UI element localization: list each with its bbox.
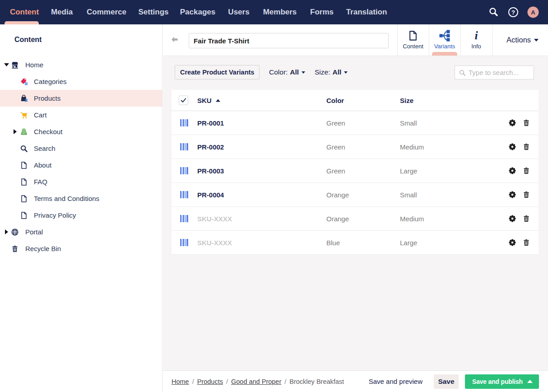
section-tab-forms[interactable]: Forms — [310, 0, 334, 24]
tab-content[interactable]: Content — [397, 24, 429, 56]
size-filter-dropdown[interactable]: Size: All — [315, 65, 348, 79]
settings-gear-icon[interactable] — [509, 215, 516, 222]
publish-options-toggle[interactable] — [527, 380, 533, 383]
section-tab-settings[interactable]: Settings — [138, 0, 168, 24]
section-tab-content[interactable]: Content — [10, 0, 39, 24]
column-label: SKU — [197, 97, 212, 104]
tab-label: Content — [397, 43, 429, 50]
tree-item-terms[interactable]: Terms and Conditions — [0, 190, 162, 207]
variant-sku[interactable]: PR-0001 — [197, 119, 224, 127]
tree-item-label: Products — [34, 94, 60, 102]
variant-sku-placeholder[interactable]: SKU-XXXX — [197, 239, 232, 247]
section-tab-packages[interactable]: Packages — [180, 0, 215, 24]
column-header-color[interactable]: Color — [326, 97, 344, 104]
section-tab-commerce[interactable]: Commerce — [87, 0, 126, 24]
sort-ascending-icon — [216, 99, 220, 102]
search-icon — [459, 70, 465, 76]
user-avatar[interactable]: A — [528, 7, 539, 18]
variant-row[interactable]: PR-0001 Green Small — [172, 111, 539, 135]
store-icon — [11, 61, 19, 69]
tab-info[interactable]: i Info — [460, 24, 492, 56]
delete-trash-icon[interactable] — [523, 167, 530, 174]
tree-item-cart[interactable]: Cart — [0, 107, 162, 123]
tree-item-checkout[interactable]: Checkout — [0, 123, 162, 140]
tab-separator — [492, 24, 492, 56]
tree-item-portal[interactable]: Portal — [0, 224, 162, 240]
section-tab-members[interactable]: Members — [263, 0, 297, 24]
save-and-preview-button[interactable]: Save and preview — [369, 378, 423, 385]
tree-item-categories[interactable]: Categories — [0, 73, 162, 90]
variant-sku[interactable]: PR-0002 — [197, 143, 224, 151]
breadcrumb-separator: / — [192, 378, 194, 385]
section-tab-label: Users — [228, 8, 249, 17]
delete-trash-icon[interactable] — [523, 119, 530, 126]
chevron-right-icon[interactable] — [5, 229, 8, 234]
tree-item-home[interactable]: Home — [0, 56, 162, 73]
settings-gear-icon[interactable] — [509, 167, 516, 174]
back-arrow-icon[interactable] — [170, 36, 179, 45]
chevron-down-icon[interactable] — [4, 63, 9, 66]
tree-item-label: Recycle Bin — [25, 245, 61, 252]
save-and-publish-button[interactable]: Save and publish — [465, 374, 539, 389]
save-button[interactable]: Save — [434, 374, 459, 389]
breadcrumb-link-products[interactable]: Products — [197, 378, 223, 385]
select-all-checkbox[interactable] — [179, 96, 188, 105]
global-search-icon[interactable] — [489, 8, 499, 17]
cart-icon — [20, 112, 28, 119]
settings-gear-icon[interactable] — [509, 239, 516, 246]
chevron-up-icon — [527, 380, 533, 383]
info-icon: i — [474, 29, 478, 42]
branch-icon — [439, 29, 450, 42]
actions-dropdown[interactable]: Actions — [506, 24, 539, 56]
register-icon — [20, 128, 28, 135]
tree-item-products[interactable]: Products — [0, 90, 162, 107]
create-product-variants-button[interactable]: Create Product Variants — [175, 65, 260, 79]
variant-sku-placeholder[interactable]: SKU-XXXX — [197, 215, 232, 223]
color-filter-dropdown[interactable]: Color: All — [269, 65, 305, 79]
variant-search-input[interactable] — [469, 69, 548, 76]
delete-trash-icon[interactable] — [523, 143, 530, 150]
avatar-initial: A — [531, 9, 535, 16]
variant-row[interactable]: SKU-XXXX Orange Medium — [172, 207, 539, 231]
tree-item-recycle-bin[interactable]: Recycle Bin — [0, 240, 162, 257]
filter-value: All — [332, 68, 341, 76]
filter-label: Size: — [315, 68, 330, 76]
trash-icon — [11, 245, 19, 252]
section-tab-translation[interactable]: Translation — [346, 0, 387, 24]
breadcrumb-link-good-and-proper[interactable]: Good and Proper — [231, 378, 281, 385]
section-tab-label: Content — [10, 8, 39, 17]
document-icon — [20, 212, 28, 219]
delete-trash-icon[interactable] — [523, 215, 530, 222]
variant-row[interactable]: PR-0002 Green Medium — [172, 135, 539, 159]
breadcrumb-link-home[interactable]: Home — [172, 378, 189, 385]
barcode-icon — [180, 191, 188, 198]
column-header-size[interactable]: Size — [400, 97, 413, 104]
delete-trash-icon[interactable] — [523, 239, 530, 246]
variant-row[interactable]: SKU-XXXX Blue Large — [172, 231, 539, 255]
chevron-down-icon — [534, 39, 539, 42]
delete-trash-icon[interactable] — [523, 191, 530, 198]
variant-sku[interactable]: PR-0004 — [197, 191, 224, 199]
section-tab-label: Members — [263, 8, 297, 17]
variant-search-box — [455, 65, 534, 79]
tree-item-search[interactable]: Search — [0, 140, 162, 157]
question-mark-glyph: ? — [511, 9, 515, 15]
section-tab-users[interactable]: Users — [228, 0, 249, 24]
chevron-right-icon[interactable] — [14, 129, 17, 134]
settings-gear-icon[interactable] — [509, 119, 516, 126]
help-icon[interactable]: ? — [508, 7, 518, 17]
tab-variants[interactable]: Variants — [429, 24, 460, 56]
variant-sku[interactable]: PR-0003 — [197, 167, 224, 175]
document-title-input[interactable] — [189, 33, 389, 48]
tree-item-faq[interactable]: FAQ — [0, 173, 162, 190]
actions-label: Actions — [506, 36, 531, 44]
table-header-row: SKU Color Size — [172, 90, 539, 111]
section-tab-media[interactable]: Media — [51, 0, 73, 24]
settings-gear-icon[interactable] — [509, 191, 516, 198]
column-header-sku[interactable]: SKU — [197, 97, 220, 104]
tree-item-about[interactable]: About — [0, 157, 162, 173]
variant-row[interactable]: PR-0004 Orange Small — [172, 183, 539, 207]
settings-gear-icon[interactable] — [509, 143, 516, 150]
tree-item-privacy[interactable]: Privacy Policy — [0, 207, 162, 224]
variant-row[interactable]: PR-0003 Green Large — [172, 159, 539, 183]
